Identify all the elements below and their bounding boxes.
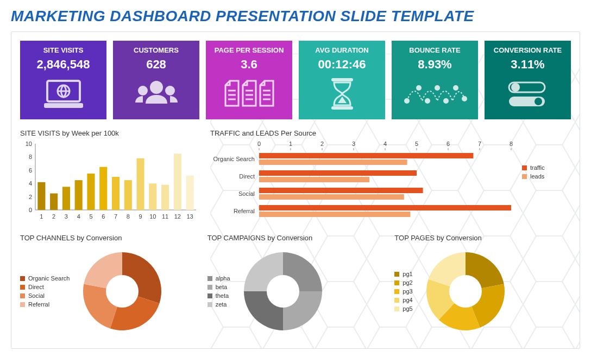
svg-text:1: 1 bbox=[289, 141, 292, 147]
svg-rect-85 bbox=[259, 159, 407, 165]
legend-item: Direct bbox=[20, 284, 70, 290]
kpi-value: 3.11% bbox=[511, 58, 544, 72]
svg-point-95 bbox=[106, 275, 139, 308]
kpi-value: 00:12:46 bbox=[318, 58, 366, 72]
kpi-card-customers: CUSTOMERS 628 bbox=[113, 41, 199, 119]
dashboard-panel: SITE VISITS 2,846,548 CUSTOMERS 628 PAGE… bbox=[11, 31, 580, 349]
kpi-value: 3.6 bbox=[241, 58, 257, 72]
bounce-dots-icon bbox=[395, 72, 475, 116]
svg-text:4: 4 bbox=[29, 180, 32, 187]
hourglass-icon bbox=[302, 72, 382, 116]
legend-item: Social bbox=[20, 292, 70, 299]
svg-text:6: 6 bbox=[102, 213, 105, 220]
svg-text:Social: Social bbox=[238, 190, 255, 197]
legend-item: pg3 bbox=[394, 288, 412, 295]
svg-point-96 bbox=[267, 275, 299, 308]
svg-rect-94 bbox=[259, 212, 410, 217]
toggles-icon bbox=[488, 72, 568, 116]
svg-text:10: 10 bbox=[149, 213, 156, 220]
top-channels-block: TOP CHANNELS by Conversion Organic Searc… bbox=[20, 234, 197, 337]
svg-text:8: 8 bbox=[29, 154, 32, 160]
svg-text:7: 7 bbox=[478, 141, 481, 147]
legend-item: theta bbox=[208, 292, 230, 299]
kpi-value: 628 bbox=[146, 58, 166, 72]
svg-rect-45 bbox=[75, 180, 83, 210]
svg-rect-59 bbox=[161, 185, 169, 210]
svg-point-23 bbox=[435, 85, 440, 91]
svg-text:3: 3 bbox=[65, 213, 68, 220]
legend-leads: leads bbox=[530, 173, 544, 180]
svg-point-30 bbox=[535, 98, 542, 105]
svg-rect-88 bbox=[259, 177, 369, 182]
kpi-value: 2,846,548 bbox=[37, 58, 90, 72]
svg-rect-91 bbox=[259, 194, 404, 200]
users-icon bbox=[116, 72, 196, 116]
svg-text:8: 8 bbox=[127, 213, 130, 220]
traffic-chart-block: TRAFFIC and LEADS Per Source 012345678Or… bbox=[210, 129, 571, 224]
svg-rect-5 bbox=[44, 103, 83, 108]
page-title: MARKETING DASHBOARD PRESENTATION SLIDE T… bbox=[11, 8, 580, 25]
documents-icon bbox=[209, 72, 289, 116]
site-visits-bar-chart: 024681012345678910111213 bbox=[20, 141, 199, 222]
svg-rect-18 bbox=[331, 78, 353, 81]
top-campaigns-block: TOP CAMPAIGNS by Conversion alphabetathe… bbox=[208, 234, 384, 337]
svg-text:1: 1 bbox=[40, 213, 43, 220]
kpi-label: CONVERSION RATE bbox=[494, 46, 562, 54]
svg-rect-47 bbox=[87, 174, 95, 210]
svg-rect-39 bbox=[37, 182, 45, 210]
svg-text:2: 2 bbox=[320, 141, 324, 147]
kpi-label: PAGE PER SESSION bbox=[215, 46, 284, 54]
svg-text:2: 2 bbox=[29, 194, 32, 200]
traffic-legend: traffic leads bbox=[522, 162, 545, 182]
svg-text:0: 0 bbox=[29, 207, 32, 213]
legend-item: pg5 bbox=[394, 305, 412, 312]
pages-donut-chart bbox=[419, 245, 512, 337]
svg-text:11: 11 bbox=[162, 213, 168, 220]
top-pages-block: TOP PAGES by Conversion pg1pg2pg3pg4pg5 bbox=[394, 234, 571, 337]
chart-title: TRAFFIC and LEADS Per Source bbox=[210, 129, 571, 137]
svg-text:10: 10 bbox=[26, 141, 32, 147]
kpi-card-bounce-rate: BOUNCE RATE 8.93% bbox=[392, 41, 478, 119]
svg-text:9: 9 bbox=[139, 213, 142, 220]
svg-rect-41 bbox=[50, 194, 58, 210]
svg-rect-43 bbox=[62, 187, 70, 210]
svg-point-24 bbox=[443, 98, 449, 104]
campaigns-donut-chart bbox=[237, 245, 329, 337]
kpi-row: SITE VISITS 2,846,548 CUSTOMERS 628 PAGE… bbox=[20, 41, 571, 119]
legend-item: beta bbox=[208, 284, 230, 290]
svg-text:Organic Search: Organic Search bbox=[213, 156, 255, 162]
chart-title: TOP PAGES by Conversion bbox=[394, 234, 571, 242]
svg-text:5: 5 bbox=[415, 141, 418, 147]
svg-point-7 bbox=[138, 86, 148, 95]
legend-item: pg1 bbox=[394, 271, 412, 277]
svg-text:5: 5 bbox=[89, 213, 92, 220]
svg-point-26 bbox=[462, 96, 467, 101]
svg-text:7: 7 bbox=[114, 213, 117, 220]
legend-item: alpha bbox=[208, 275, 230, 282]
svg-text:6: 6 bbox=[447, 141, 450, 147]
legend-item: pg4 bbox=[394, 297, 412, 303]
campaigns-legend: alphabetathetazeta bbox=[208, 273, 230, 310]
kpi-card-avg-duration: AVG DURATION 00:12:46 bbox=[299, 41, 385, 119]
kpi-card-page-per-session: PAGE PER SESSION 3.6 bbox=[206, 41, 292, 119]
svg-text:6: 6 bbox=[29, 167, 32, 174]
svg-rect-84 bbox=[259, 153, 473, 158]
svg-text:3: 3 bbox=[352, 141, 355, 147]
svg-text:Referral: Referral bbox=[234, 208, 255, 214]
svg-point-21 bbox=[416, 85, 422, 91]
svg-text:13: 13 bbox=[186, 213, 193, 220]
kpi-label: BOUNCE RATE bbox=[409, 46, 460, 54]
svg-rect-19 bbox=[331, 106, 353, 110]
svg-rect-51 bbox=[112, 177, 120, 210]
kpi-card-conversion-rate: CONVERSION RATE 3.11% bbox=[485, 41, 571, 119]
pages-legend: pg1pg2pg3pg4pg5 bbox=[394, 269, 412, 314]
svg-point-8 bbox=[165, 86, 175, 95]
channels-donut-chart bbox=[76, 245, 168, 337]
kpi-card-site-visits: SITE VISITS 2,846,548 bbox=[20, 41, 106, 119]
chart-title: SITE VISITS by Week per 100k bbox=[20, 129, 199, 137]
svg-point-20 bbox=[404, 98, 410, 104]
svg-point-28 bbox=[511, 83, 520, 92]
svg-rect-61 bbox=[174, 154, 181, 210]
svg-text:Direct: Direct bbox=[239, 173, 255, 180]
legend-traffic: traffic bbox=[530, 164, 545, 171]
